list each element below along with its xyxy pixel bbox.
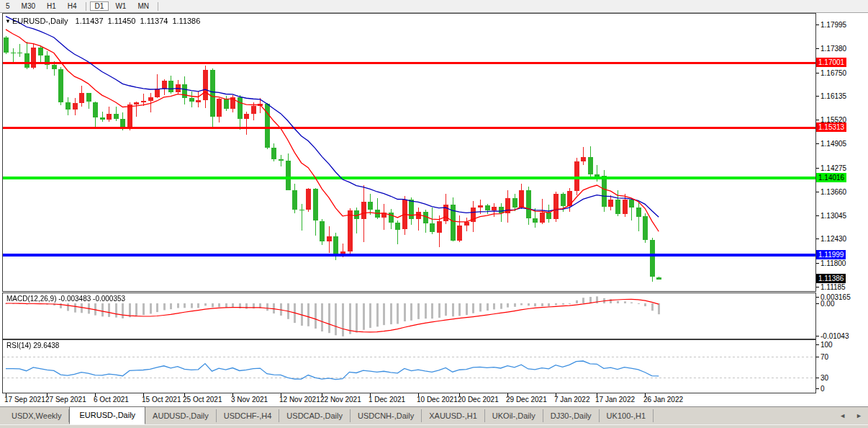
price-tick-label: 1.16135 [820, 92, 846, 100]
axis-tick [816, 96, 819, 97]
date-tick-label: 7 Jan 2022 [554, 396, 590, 404]
price-badge-1.15313: 1.15313 [816, 122, 846, 132]
axis-tick [816, 297, 819, 298]
price-tick-label: 1.17995 [820, 21, 846, 29]
chart-tab-xauusd-h1[interactable]: XAUUSD-,H1 [422, 409, 485, 422]
date-tick-label: 15 Oct 2021 [142, 396, 181, 404]
chart-tab-usdx-weekly[interactable]: USDX,Weekly [4, 409, 69, 422]
rsi-tick-label: 30 [820, 374, 828, 382]
date-tick-label: 26 Jan 2022 [643, 396, 683, 404]
axis-tick [816, 24, 819, 25]
price-badge-1.11999: 1.11999 [816, 250, 846, 259]
chart-tab-usdcad-daily[interactable]: USDCAD-,Daily [279, 409, 351, 422]
tab-scroll-right-icon[interactable]: ► [856, 412, 862, 419]
date-tick-label: 12 Nov 2021 [279, 396, 320, 404]
date-tick-label: 17 Jan 2022 [595, 396, 635, 404]
chart-tab-eurusd-daily[interactable]: EURUSD-,Daily [69, 406, 145, 424]
axis-tick [816, 192, 819, 192]
timeframe-button-mn[interactable]: MN [132, 1, 154, 11]
timeframe-button-5[interactable]: 5 [1, 1, 15, 11]
rsi-label: RSI(14) 29.6438 [6, 342, 59, 349]
tab-scroll-left-icon[interactable]: ◄ [839, 412, 846, 419]
chart-tab-uk100-h1[interactable]: UK100-,H1 [600, 409, 654, 422]
axis-tick [816, 168, 819, 169]
chart-tab-usdcnh-daily[interactable]: USDCNH-,Daily [351, 409, 422, 422]
date-tick-label: 22 Nov 2021 [320, 396, 361, 404]
price-tick-label: 1.17380 [820, 45, 846, 53]
axis-tick [816, 48, 819, 49]
rsi-tick-label: 0 [820, 385, 825, 393]
chart-tab-dj30-daily[interactable]: DJ30-,Daily [543, 409, 600, 422]
ohlc-open: 1.11437 [76, 17, 104, 25]
date-tick-label: 17 Sep 2021 [4, 396, 45, 404]
timeframe-toolbar: 5M30H1H4D1W1MN [0, 0, 868, 13]
ohlc-close: 1.11386 [172, 17, 200, 25]
timeframe-button-h1[interactable]: H1 [42, 1, 61, 11]
price-tick-label: 1.14275 [820, 164, 846, 172]
date-tick-label: 3 Nov 2021 [231, 396, 268, 404]
date-tick-label: 6 Oct 2021 [94, 396, 129, 404]
axis-tick [816, 143, 819, 144]
trading-terminal-window: 5M30H1H4D1W1MN ▼ EURUSD-,Daily 1.11437 1… [0, 0, 868, 428]
date-tick-label: 1 Dec 2021 [369, 396, 405, 404]
timeframe-button-w1[interactable]: W1 [110, 1, 131, 11]
tab-scroll-controls: ◄ ► [839, 412, 862, 419]
toolbar-separator [158, 2, 158, 11]
chart-tab-usdchf-h4[interactable]: USDCHF-,H4 [217, 409, 280, 422]
price-tick-label: 1.13660 [820, 188, 846, 196]
axis-tick [816, 73, 819, 73]
chart-dropdown-icon[interactable]: ▼ [5, 18, 11, 24]
price-badge-1.14016: 1.14016 [816, 173, 846, 182]
price-badge-1.11386: 1.11386 [816, 274, 846, 283]
rsi-tick-label: 70 [820, 353, 828, 361]
macd-tick-label: -0.01043 [820, 332, 849, 340]
timeframe-button-m30[interactable]: M30 [17, 1, 40, 11]
chart-title: ▼ EURUSD-,Daily 1.11437 1.11450 1.11374 … [5, 17, 204, 25]
chart-tab-audusd-daily[interactable]: AUDUSD-,Daily [145, 409, 217, 422]
ohlc-low: 1.11374 [140, 17, 168, 25]
rsi-canvas[interactable] [3, 340, 815, 393]
axis-tick [816, 263, 819, 264]
price-tick-label: 1.11800 [820, 259, 846, 267]
chart-tab-bar: USDX,WeeklyEURUSD-,DailyAUDUSD-,DailyUSD… [0, 406, 868, 424]
date-tick-label: 20 Dec 2021 [458, 396, 499, 404]
timeframe-button-h4[interactable]: H4 [63, 1, 82, 11]
price-badge-1.17001: 1.17001 [816, 58, 846, 67]
date-tick-label: 10 Dec 2021 [417, 396, 458, 404]
chart-tab-ukoil-daily[interactable]: UKOil-,Daily [485, 409, 543, 422]
axis-tick [816, 357, 819, 357]
axis-tick [816, 238, 819, 239]
axis-tick [816, 120, 819, 120]
price-tick-label: 1.13045 [820, 212, 846, 220]
axis-tick [816, 303, 819, 304]
date-tick-label: 25 Oct 2021 [183, 396, 222, 404]
main-chart-canvas[interactable] [3, 14, 815, 291]
bottom-strip [0, 424, 868, 428]
ohlc-high: 1.11450 [108, 17, 136, 25]
macd-label: MACD(12,26,9) -0.003483 -0.000353 [6, 295, 125, 303]
axis-tick [816, 287, 819, 287]
axis-tick [816, 388, 819, 389]
chart-symbol-label: EURUSD-,Daily [12, 17, 68, 25]
macd-tick-label: 0.00 [820, 300, 834, 308]
toolbar-separator [86, 2, 86, 11]
date-tick-label: 27 Sep 2021 [45, 396, 86, 404]
axis-tick [816, 344, 819, 345]
axis-tick [816, 378, 819, 378]
price-tick-label: 1.12430 [820, 235, 846, 243]
date-tick-label: 29 Dec 2021 [506, 396, 547, 404]
main-chart-panel [2, 13, 816, 292]
rsi-panel [2, 339, 816, 393]
timeframe-button-d1[interactable]: D1 [90, 1, 109, 11]
axis-tick [816, 215, 819, 216]
price-tick-label: 1.16750 [820, 69, 846, 77]
price-tick-label: 1.11185 [820, 283, 846, 291]
price-tick-label: 1.14905 [820, 140, 846, 148]
axis-tick [816, 336, 819, 336]
rsi-tick-label: 100 [820, 341, 833, 349]
